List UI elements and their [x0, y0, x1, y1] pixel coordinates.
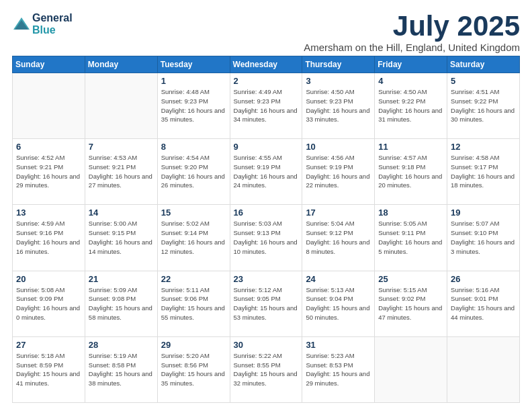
col-wednesday: Wednesday — [230, 56, 302, 73]
day-info: Sunrise: 5:09 AMSunset: 9:08 PMDaylight:… — [89, 285, 154, 322]
day-info: Sunrise: 4:57 AMSunset: 9:18 PMDaylight:… — [378, 153, 443, 190]
calendar-week-row: 6 Sunrise: 4:52 AMSunset: 9:21 PMDayligh… — [13, 139, 520, 205]
table-row: 30 Sunrise: 5:22 AMSunset: 8:55 PMDaylig… — [230, 336, 302, 402]
day-info: Sunrise: 4:58 AMSunset: 9:17 PMDaylight:… — [451, 153, 516, 190]
table-row: 25 Sunrise: 5:15 AMSunset: 9:02 PMDaylig… — [375, 271, 447, 336]
table-row: 1 Sunrise: 4:48 AMSunset: 9:23 PMDayligh… — [157, 73, 230, 139]
day-info: Sunrise: 4:54 AMSunset: 9:20 PMDaylight:… — [161, 153, 226, 190]
table-row: 9 Sunrise: 4:55 AMSunset: 9:19 PMDayligh… — [230, 139, 302, 205]
calendar-week-row: 1 Sunrise: 4:48 AMSunset: 9:23 PMDayligh… — [13, 73, 520, 139]
calendar-table: Sunday Monday Tuesday Wednesday Thursday… — [12, 56, 520, 403]
header: General Blue July 2025 Amersham on the H… — [12, 12, 520, 53]
day-number: 29 — [161, 340, 226, 350]
day-number: 14 — [89, 208, 154, 218]
day-info: Sunrise: 5:03 AMSunset: 9:13 PMDaylight:… — [234, 219, 299, 256]
table-row: 23 Sunrise: 5:12 AMSunset: 9:05 PMDaylig… — [230, 271, 302, 336]
day-info: Sunrise: 4:53 AMSunset: 9:21 PMDaylight:… — [89, 153, 154, 190]
day-info: Sunrise: 4:52 AMSunset: 9:21 PMDaylight:… — [16, 153, 81, 190]
day-number: 2 — [234, 76, 299, 86]
calendar-week-row: 13 Sunrise: 4:59 AMSunset: 9:16 PMDaylig… — [13, 205, 520, 271]
day-info: Sunrise: 5:05 AMSunset: 9:11 PMDaylight:… — [378, 219, 443, 256]
day-number: 27 — [16, 340, 81, 350]
page: General Blue July 2025 Amersham on the H… — [0, 0, 532, 411]
day-info: Sunrise: 4:49 AMSunset: 9:23 PMDaylight:… — [234, 87, 299, 124]
day-number: 13 — [16, 208, 81, 218]
day-number: 24 — [306, 274, 371, 284]
calendar-week-row: 20 Sunrise: 5:08 AMSunset: 9:09 PMDaylig… — [13, 271, 520, 336]
day-info: Sunrise: 5:23 AMSunset: 8:53 PMDaylight:… — [306, 351, 371, 388]
day-info: Sunrise: 5:12 AMSunset: 9:05 PMDaylight:… — [234, 285, 299, 322]
day-number: 5 — [451, 76, 516, 86]
day-number: 16 — [234, 208, 299, 218]
day-info: Sunrise: 5:20 AMSunset: 8:56 PMDaylight:… — [161, 351, 226, 388]
day-number: 23 — [234, 274, 299, 284]
day-number: 6 — [16, 142, 81, 152]
table-row: 13 Sunrise: 4:59 AMSunset: 9:16 PMDaylig… — [13, 205, 85, 271]
day-number: 15 — [161, 208, 226, 218]
day-info: Sunrise: 5:16 AMSunset: 9:01 PMDaylight:… — [451, 285, 516, 322]
day-info: Sunrise: 5:22 AMSunset: 8:55 PMDaylight:… — [234, 351, 299, 388]
day-info: Sunrise: 4:48 AMSunset: 9:23 PMDaylight:… — [161, 87, 226, 124]
table-row: 16 Sunrise: 5:03 AMSunset: 9:13 PMDaylig… — [230, 205, 302, 271]
table-row — [85, 73, 157, 139]
month-title: July 2025 — [304, 12, 520, 40]
day-number: 12 — [451, 142, 516, 152]
table-row: 29 Sunrise: 5:20 AMSunset: 8:56 PMDaylig… — [157, 336, 230, 402]
day-number: 8 — [161, 142, 226, 152]
table-row: 10 Sunrise: 4:56 AMSunset: 9:19 PMDaylig… — [302, 139, 375, 205]
table-row — [447, 336, 520, 402]
table-row: 7 Sunrise: 4:53 AMSunset: 9:21 PMDayligh… — [85, 139, 157, 205]
day-info: Sunrise: 5:00 AMSunset: 9:15 PMDaylight:… — [89, 219, 154, 256]
day-info: Sunrise: 4:51 AMSunset: 9:22 PMDaylight:… — [451, 87, 516, 124]
table-row: 11 Sunrise: 4:57 AMSunset: 9:18 PMDaylig… — [375, 139, 447, 205]
calendar-header-row: Sunday Monday Tuesday Wednesday Thursday… — [13, 56, 520, 73]
day-info: Sunrise: 5:08 AMSunset: 9:09 PMDaylight:… — [16, 285, 81, 322]
table-row: 2 Sunrise: 4:49 AMSunset: 9:23 PMDayligh… — [230, 73, 302, 139]
col-friday: Friday — [375, 56, 447, 73]
day-number: 17 — [306, 208, 371, 218]
day-number: 7 — [89, 142, 154, 152]
table-row: 31 Sunrise: 5:23 AMSunset: 8:53 PMDaylig… — [302, 336, 375, 402]
col-saturday: Saturday — [447, 56, 520, 73]
day-number: 28 — [89, 340, 154, 350]
day-info: Sunrise: 5:15 AMSunset: 9:02 PMDaylight:… — [378, 285, 443, 322]
col-thursday: Thursday — [302, 56, 375, 73]
table-row — [13, 73, 85, 139]
table-row: 5 Sunrise: 4:51 AMSunset: 9:22 PMDayligh… — [447, 73, 520, 139]
table-row: 24 Sunrise: 5:13 AMSunset: 9:04 PMDaylig… — [302, 271, 375, 336]
day-number: 30 — [234, 340, 299, 350]
day-info: Sunrise: 4:56 AMSunset: 9:19 PMDaylight:… — [306, 153, 371, 190]
day-info: Sunrise: 5:04 AMSunset: 9:12 PMDaylight:… — [306, 219, 371, 256]
table-row: 12 Sunrise: 4:58 AMSunset: 9:17 PMDaylig… — [447, 139, 520, 205]
table-row: 3 Sunrise: 4:50 AMSunset: 9:23 PMDayligh… — [302, 73, 375, 139]
table-row — [375, 336, 447, 402]
table-row: 22 Sunrise: 5:11 AMSunset: 9:06 PMDaylig… — [157, 271, 230, 336]
col-monday: Monday — [85, 56, 157, 73]
day-number: 4 — [378, 76, 443, 86]
calendar-week-row: 27 Sunrise: 5:18 AMSunset: 8:59 PMDaylig… — [13, 336, 520, 402]
logo: General Blue — [12, 12, 73, 37]
logo-icon — [12, 15, 31, 34]
day-number: 21 — [89, 274, 154, 284]
day-number: 3 — [306, 76, 371, 86]
table-row: 4 Sunrise: 4:50 AMSunset: 9:22 PMDayligh… — [375, 73, 447, 139]
logo-text: General Blue — [32, 12, 73, 37]
table-row: 27 Sunrise: 5:18 AMSunset: 8:59 PMDaylig… — [13, 336, 85, 402]
day-number: 22 — [161, 274, 226, 284]
day-info: Sunrise: 4:50 AMSunset: 9:22 PMDaylight:… — [378, 87, 443, 124]
day-info: Sunrise: 5:11 AMSunset: 9:06 PMDaylight:… — [161, 285, 226, 322]
table-row: 15 Sunrise: 5:02 AMSunset: 9:14 PMDaylig… — [157, 205, 230, 271]
table-row: 21 Sunrise: 5:09 AMSunset: 9:08 PMDaylig… — [85, 271, 157, 336]
table-row: 26 Sunrise: 5:16 AMSunset: 9:01 PMDaylig… — [447, 271, 520, 336]
subtitle: Amersham on the Hill, England, United Ki… — [304, 42, 520, 53]
day-number: 26 — [451, 274, 516, 284]
table-row: 20 Sunrise: 5:08 AMSunset: 9:09 PMDaylig… — [13, 271, 85, 336]
day-info: Sunrise: 5:18 AMSunset: 8:59 PMDaylight:… — [16, 351, 81, 388]
table-row: 17 Sunrise: 5:04 AMSunset: 9:12 PMDaylig… — [302, 205, 375, 271]
day-number: 9 — [234, 142, 299, 152]
day-info: Sunrise: 5:13 AMSunset: 9:04 PMDaylight:… — [306, 285, 371, 322]
col-tuesday: Tuesday — [157, 56, 230, 73]
table-row: 28 Sunrise: 5:19 AMSunset: 8:58 PMDaylig… — [85, 336, 157, 402]
day-info: Sunrise: 4:59 AMSunset: 9:16 PMDaylight:… — [16, 219, 81, 256]
table-row: 6 Sunrise: 4:52 AMSunset: 9:21 PMDayligh… — [13, 139, 85, 205]
